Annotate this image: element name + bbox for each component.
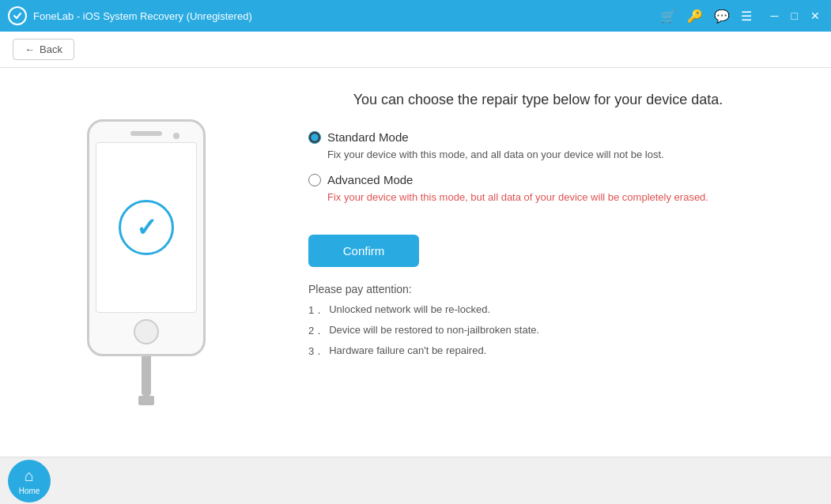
window-controls: ─ □ ✕: [768, 8, 823, 24]
advanced-mode-desc: Fix your device with this mode, but all …: [327, 191, 799, 203]
standard-mode-desc: Fix your device with this mode, and all …: [327, 149, 799, 160]
checkmark-icon: ✓: [136, 213, 157, 243]
cart-icon[interactable]: 🛒: [660, 9, 676, 24]
app-logo: [8, 6, 27, 25]
standard-mode-label: Standard Mode: [327, 130, 409, 144]
phone-cable: [142, 356, 151, 396]
maximize-icon[interactable]: □: [788, 8, 801, 24]
back-arrow-icon: ←: [25, 43, 35, 55]
titlebar: FoneLab - iOS System Recovery (Unregiste…: [0, 0, 831, 32]
list-num-3: 3．: [308, 344, 324, 359]
main-content: ✓ You can choose the repair type below f…: [0, 68, 831, 457]
list-item: 1． Unlocked network will be re-locked.: [308, 303, 799, 318]
list-item: 2． Device will be restored to non-jailbr…: [308, 324, 799, 338]
titlebar-right: 🛒 🔑 💬 ☰ ─ □ ✕: [660, 8, 823, 24]
home-label: Home: [19, 487, 40, 495]
phone-plug: [138, 396, 154, 405]
navbar: ← Back: [0, 32, 831, 68]
standard-mode-radio[interactable]: [308, 131, 321, 144]
repair-options: Standard Mode Fix your device with this …: [308, 130, 799, 219]
checkmark-circle: ✓: [119, 200, 174, 255]
svg-point-0: [9, 7, 26, 24]
phone-camera: [173, 133, 179, 139]
chat-icon[interactable]: 💬: [714, 9, 730, 24]
right-panel: You can choose the repair type below for…: [293, 68, 831, 457]
back-button[interactable]: ← Back: [13, 39, 74, 60]
close-icon[interactable]: ✕: [807, 8, 823, 24]
minimize-icon[interactable]: ─: [768, 8, 782, 24]
home-icon: ⌂: [25, 467, 34, 485]
attention-item-3: Hardware failure can't be repaired.: [329, 344, 486, 356]
titlebar-left: FoneLab - iOS System Recovery (Unregiste…: [8, 6, 252, 25]
phone-illustration: ✓: [87, 119, 206, 405]
phone-speaker: [130, 131, 162, 136]
standard-mode-row: Standard Mode: [308, 130, 799, 144]
page-title: You can choose the repair type below for…: [308, 92, 768, 108]
attention-title: Please pay attention:: [308, 283, 799, 295]
advanced-mode-label: Advanced Mode: [327, 173, 413, 186]
advanced-mode-radio[interactable]: [308, 174, 321, 186]
key-icon[interactable]: 🔑: [687, 9, 703, 24]
menu-icon[interactable]: ☰: [741, 9, 752, 24]
left-panel: ✓: [0, 68, 293, 457]
attention-list: 1． Unlocked network will be re-locked. 2…: [308, 303, 799, 359]
confirm-button[interactable]: Confirm: [308, 235, 419, 267]
bottom-bar: ⌂ Home: [0, 457, 831, 504]
home-button[interactable]: ⌂ Home: [8, 460, 51, 502]
list-num-1: 1．: [308, 303, 324, 318]
attention-item-1: Unlocked network will be re-locked.: [329, 303, 490, 315]
phone-home-button: [134, 319, 159, 344]
back-label: Back: [40, 43, 62, 55]
attention-item-2: Device will be restored to non-jailbroke…: [329, 324, 539, 336]
list-item: 3． Hardware failure can't be repaired.: [308, 344, 799, 359]
app-title: FoneLab - iOS System Recovery (Unregiste…: [33, 10, 252, 22]
advanced-mode-row: Advanced Mode: [308, 173, 799, 186]
list-num-2: 2．: [308, 324, 324, 338]
phone-body: ✓: [87, 119, 206, 356]
phone-screen: ✓: [96, 142, 197, 313]
